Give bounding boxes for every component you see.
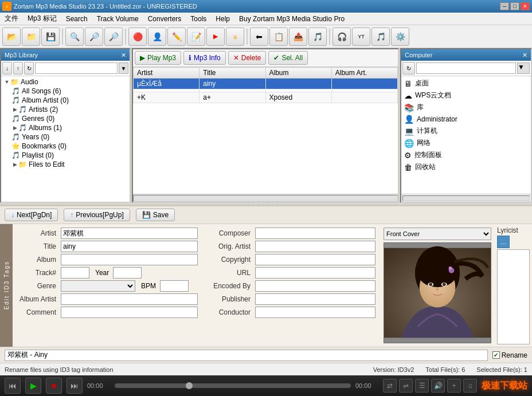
lib-btn-refresh[interactable]: ↻ xyxy=(24,62,34,75)
toolbar-btn-16[interactable]: 🎵 xyxy=(371,28,390,46)
orig-artist-input[interactable] xyxy=(255,241,375,252)
tree-item-audio[interactable]: ▼ 📁 Audio xyxy=(2,77,128,87)
lyricist-input[interactable] xyxy=(497,249,530,344)
track-table-container[interactable]: Artist Title Album Album Art. μÈxÏÆå ain… xyxy=(133,67,398,194)
library-search-input[interactable] xyxy=(35,62,118,74)
comment-input[interactable] xyxy=(61,307,198,318)
player-shuffle-btn[interactable]: ⇄ xyxy=(383,379,397,393)
computer-item-desktop[interactable]: 🖥 桌面 xyxy=(402,77,530,89)
tree-item-albumartist[interactable]: 🎵 Album Artist (0) xyxy=(2,96,128,105)
computer-item-computer[interactable]: 💻 计算机 xyxy=(402,125,530,137)
encoded-by-input[interactable] xyxy=(255,280,375,292)
tree-item-playlist[interactable]: 🎵 Playlist (0) xyxy=(2,151,128,160)
album-artist-input[interactable] xyxy=(61,293,198,305)
menu-track-volume[interactable]: Track Volume xyxy=(92,13,143,25)
tree-item-allsongs[interactable]: 🎵 All Songs (6) xyxy=(2,87,128,96)
tree-item-albums[interactable]: ▶ 🎵 Albums (1) xyxy=(2,123,128,132)
toolbar-btn-14[interactable]: 🎵 xyxy=(308,28,327,46)
conductor-input[interactable] xyxy=(255,307,375,318)
tree-item-files-to-edit[interactable]: ▶ 📁 Files to Edit xyxy=(2,160,128,169)
player-next-button[interactable]: ⏭ xyxy=(66,378,83,394)
computer-item-admin[interactable]: 👤 Administrator xyxy=(402,113,530,125)
library-panel-close[interactable]: ✕ xyxy=(121,52,126,59)
toolbar-btn-10[interactable]: 📝 xyxy=(187,28,205,46)
sel-all-button[interactable]: ✔ Sel. All xyxy=(268,51,308,65)
menu-help[interactable]: Help xyxy=(211,13,234,25)
toolbar-btn-1[interactable]: 📂 xyxy=(2,28,21,46)
computer-item-recycle[interactable]: 🗑 回收站 xyxy=(402,161,530,173)
tree-item-bookmarks[interactable]: ⭐ Bookmarks (0) xyxy=(2,142,128,151)
tree-item-years[interactable]: 🎵 Years (0) xyxy=(2,132,128,142)
rename-input[interactable] xyxy=(5,350,488,361)
toolbar-youtube-mp3[interactable]: YT xyxy=(352,28,370,46)
player-play-button[interactable]: ▶ xyxy=(25,378,41,394)
h-scrollbar[interactable] xyxy=(133,195,398,202)
bpm-input[interactable] xyxy=(160,280,189,292)
composer-input[interactable] xyxy=(255,228,375,239)
artist-input[interactable] xyxy=(61,228,198,239)
album-input[interactable] xyxy=(61,254,198,265)
player-eq-btn[interactable]: + xyxy=(447,379,461,393)
computer-panel-close[interactable]: ✕ xyxy=(522,52,527,59)
minimize-button[interactable]: ─ xyxy=(500,2,509,10)
rename-checkbox[interactable]: ✔ xyxy=(492,351,500,359)
lib-btn-down[interactable]: ↓ xyxy=(2,62,12,75)
computer-refresh-btn[interactable]: ↻ xyxy=(402,62,415,75)
menu-converters[interactable]: Converters xyxy=(143,13,186,25)
title-input[interactable] xyxy=(61,241,198,252)
menu-mp3tags[interactable]: Mp3 标记 xyxy=(23,13,61,25)
toolbar-btn-13[interactable]: 📤 xyxy=(289,28,307,46)
toolbar-btn-9[interactable]: ✏️ xyxy=(167,28,186,46)
tree-item-genres[interactable]: 🎵 Genres (0) xyxy=(2,114,128,123)
player-music-btn[interactable]: ♫ xyxy=(463,379,477,393)
library-search-btn[interactable]: ▼ xyxy=(119,62,128,74)
maximize-button[interactable]: □ xyxy=(510,2,519,10)
url-input[interactable] xyxy=(255,267,375,279)
menu-file[interactable]: 文件 xyxy=(0,13,23,25)
computer-item-library[interactable]: 📚 库 xyxy=(402,101,530,113)
publisher-input[interactable] xyxy=(255,293,375,305)
copyright-input[interactable] xyxy=(255,254,375,265)
computer-search-input[interactable] xyxy=(416,62,516,74)
computer-search-btn[interactable]: ▼ xyxy=(517,62,530,74)
toolbar-btn-12[interactable]: 📋 xyxy=(269,28,288,46)
toolbar-btn-amazon[interactable]: a xyxy=(226,28,244,46)
computer-h-scrollbar[interactable] xyxy=(401,194,531,202)
player-vol-btn[interactable]: 🔊 xyxy=(431,379,445,393)
player-stop-button[interactable]: ■ xyxy=(46,378,62,394)
delete-button[interactable]: ✕ Delete xyxy=(228,51,267,65)
play-mp3-button[interactable]: ▶ Play Mp3 xyxy=(135,51,181,65)
progress-handle[interactable] xyxy=(186,382,193,389)
toolbar-btn-3[interactable]: 💾 xyxy=(41,28,60,46)
h-scrollbar-area[interactable] xyxy=(133,194,398,202)
toolbar-btn-2[interactable]: 📁 xyxy=(22,28,40,46)
toolbar-settings[interactable]: ⚙️ xyxy=(391,28,409,46)
computer-item-control[interactable]: ⚙ 控制面板 xyxy=(402,149,530,161)
computer-item-wps[interactable]: ☁ WPS云文档 xyxy=(402,89,530,101)
save-button[interactable]: 💾 Save xyxy=(136,209,175,221)
toolbar-btn-15[interactable]: 🎧 xyxy=(332,28,351,46)
cover-type-select[interactable]: Front Cover Back Cover Artist Other xyxy=(384,228,491,240)
toolbar-btn-11[interactable]: ⬅ xyxy=(250,28,268,46)
menu-buy[interactable]: Buy Zortam Mp3 Media Studio Pro xyxy=(234,13,349,25)
genre-select[interactable] xyxy=(61,280,135,292)
cover-image-area[interactable] xyxy=(384,242,491,343)
toolbar-btn-5[interactable]: 🔎 xyxy=(85,28,103,46)
table-row[interactable]: μÈxÏÆå ainy xyxy=(134,79,398,89)
lyricist-button[interactable]: … xyxy=(497,236,510,248)
toolbar-btn-7[interactable]: 🔴 xyxy=(128,28,147,46)
id3-tags-label[interactable]: Edit ID3 Tags xyxy=(0,224,13,347)
computer-item-network[interactable]: 🌐 网络 xyxy=(402,137,530,149)
computer-scrollbar-track[interactable] xyxy=(402,195,530,201)
player-prev-button[interactable]: ⏮ xyxy=(5,378,21,394)
toolbar-youtube[interactable]: ▶ xyxy=(206,28,225,46)
previous-button[interactable]: ↑ Previous[PgUp] xyxy=(64,209,130,221)
menu-search[interactable]: Search xyxy=(61,13,92,25)
toolbar-btn-6[interactable]: 🔎 xyxy=(104,28,123,46)
mp3-info-button[interactable]: ℹ Mp3 Info xyxy=(183,51,226,65)
close-button[interactable]: ✕ xyxy=(521,2,530,10)
table-row[interactable]: +K a+ Xposed xyxy=(134,92,398,103)
year-input[interactable] xyxy=(113,267,142,279)
menu-tools[interactable]: Tools xyxy=(186,13,211,25)
toolbar-btn-4[interactable]: 🔍 xyxy=(65,28,84,46)
